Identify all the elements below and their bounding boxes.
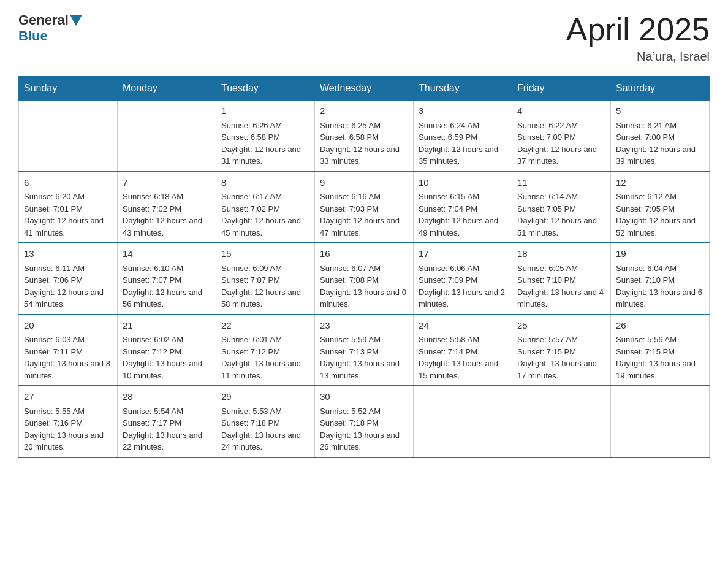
logo-triangle-icon [70, 15, 82, 26]
title-section: April 2025 Na’ura, Israel [566, 12, 710, 64]
daylight-text: Daylight: 12 hours and 33 minutes. [320, 145, 400, 166]
sunset-text: Sunset: 7:07 PM [123, 275, 181, 285]
daylight-text: Daylight: 12 hours and 35 minutes. [419, 145, 498, 166]
day-number: 22 [221, 319, 309, 333]
sunrise-text: Sunrise: 6:04 AM [616, 264, 677, 273]
day-number: 16 [320, 247, 408, 261]
sunset-text: Sunset: 7:15 PM [517, 347, 576, 356]
daylight-text: Daylight: 13 hours and 2 minutes. [419, 288, 505, 309]
location-text: Na’ura, Israel [566, 50, 710, 64]
calendar-cell: 11Sunrise: 6:14 AMSunset: 7:05 PMDayligh… [512, 172, 611, 243]
day-number: 12 [616, 176, 704, 190]
calendar-cell: 6Sunrise: 6:20 AMSunset: 7:01 PMDaylight… [19, 172, 118, 243]
sunrise-text: Sunrise: 6:16 AM [320, 192, 381, 201]
sunrise-text: Sunrise: 6:14 AM [517, 192, 578, 201]
calendar-cell: 2Sunrise: 6:25 AMSunset: 6:58 PMDaylight… [315, 101, 414, 172]
sunset-text: Sunset: 6:59 PM [419, 132, 477, 142]
sunrise-text: Sunrise: 6:07 AM [320, 264, 381, 273]
sunrise-text: Sunrise: 5:54 AM [123, 407, 183, 416]
sunset-text: Sunset: 7:12 PM [123, 347, 181, 356]
calendar-week-row: 6Sunrise: 6:20 AMSunset: 7:01 PMDaylight… [19, 172, 710, 243]
sunset-text: Sunset: 7:03 PM [320, 204, 379, 213]
daylight-text: Daylight: 12 hours and 41 minutes. [24, 216, 104, 237]
calendar-week-row: 13Sunrise: 6:11 AMSunset: 7:06 PMDayligh… [19, 243, 710, 315]
sunrise-text: Sunrise: 6:22 AM [517, 121, 578, 130]
page-header: General Blue April 2025 Na’ura, Israel [18, 12, 710, 64]
day-number: 3 [419, 104, 507, 118]
weekday-header-wednesday: Wednesday [315, 77, 414, 101]
daylight-text: Daylight: 12 hours and 54 minutes. [24, 288, 104, 309]
daylight-text: Daylight: 13 hours and 0 minutes. [320, 288, 406, 309]
calendar-cell: 15Sunrise: 6:09 AMSunset: 7:07 PMDayligh… [216, 243, 315, 315]
sunrise-text: Sunrise: 5:56 AM [616, 335, 677, 344]
daylight-text: Daylight: 13 hours and 10 minutes. [123, 359, 202, 380]
sunrise-text: Sunrise: 6:15 AM [419, 192, 479, 201]
calendar-cell [414, 386, 512, 458]
day-number: 2 [320, 104, 408, 118]
daylight-text: Daylight: 13 hours and 13 minutes. [320, 359, 400, 380]
calendar-cell: 7Sunrise: 6:18 AMSunset: 7:02 PMDaylight… [118, 172, 216, 243]
daylight-text: Daylight: 13 hours and 11 minutes. [221, 359, 301, 380]
day-number: 10 [419, 176, 507, 190]
day-number: 4 [517, 104, 605, 118]
sunrise-text: Sunrise: 6:10 AM [123, 264, 183, 273]
sunrise-text: Sunrise: 5:53 AM [221, 407, 282, 416]
calendar-cell: 30Sunrise: 5:52 AMSunset: 7:18 PMDayligh… [315, 386, 414, 458]
sunrise-text: Sunrise: 5:52 AM [320, 407, 381, 416]
calendar-cell: 19Sunrise: 6:04 AMSunset: 7:10 PMDayligh… [611, 243, 710, 315]
day-number: 23 [320, 319, 408, 333]
calendar-cell [19, 101, 118, 172]
calendar-cell: 16Sunrise: 6:07 AMSunset: 7:08 PMDayligh… [315, 243, 414, 315]
day-number: 21 [123, 319, 211, 333]
sunset-text: Sunset: 7:06 PM [24, 275, 83, 285]
day-number: 5 [616, 104, 704, 118]
daylight-text: Daylight: 12 hours and 47 minutes. [320, 216, 400, 237]
calendar-cell: 12Sunrise: 6:12 AMSunset: 7:05 PMDayligh… [611, 172, 710, 243]
weekday-header-friday: Friday [512, 77, 611, 101]
calendar-cell: 20Sunrise: 6:03 AMSunset: 7:11 PMDayligh… [19, 315, 118, 386]
sunrise-text: Sunrise: 6:18 AM [123, 192, 183, 201]
sunset-text: Sunset: 7:17 PM [123, 418, 181, 427]
daylight-text: Daylight: 13 hours and 15 minutes. [419, 359, 498, 380]
calendar-cell: 4Sunrise: 6:22 AMSunset: 7:00 PMDaylight… [512, 101, 611, 172]
daylight-text: Daylight: 13 hours and 19 minutes. [616, 359, 696, 380]
sunrise-text: Sunrise: 6:01 AM [221, 335, 282, 344]
day-number: 17 [419, 247, 507, 261]
daylight-text: Daylight: 13 hours and 20 minutes. [24, 431, 104, 452]
day-number: 29 [221, 390, 309, 404]
calendar-cell: 23Sunrise: 5:59 AMSunset: 7:13 PMDayligh… [315, 315, 414, 386]
daylight-text: Daylight: 13 hours and 24 minutes. [221, 431, 301, 452]
calendar-cell: 24Sunrise: 5:58 AMSunset: 7:14 PMDayligh… [414, 315, 512, 386]
day-number: 26 [616, 319, 704, 333]
sunrise-text: Sunrise: 6:12 AM [616, 192, 677, 201]
calendar-cell [512, 386, 611, 458]
sunset-text: Sunset: 7:18 PM [221, 418, 280, 427]
sunrise-text: Sunrise: 5:57 AM [517, 335, 578, 344]
day-number: 14 [123, 247, 211, 261]
day-number: 15 [221, 247, 309, 261]
sunset-text: Sunset: 6:58 PM [320, 132, 379, 142]
day-number: 1 [221, 104, 309, 118]
daylight-text: Daylight: 13 hours and 26 minutes. [320, 431, 400, 452]
calendar-cell: 28Sunrise: 5:54 AMSunset: 7:17 PMDayligh… [118, 386, 216, 458]
sunrise-text: Sunrise: 6:05 AM [517, 264, 578, 273]
sunrise-text: Sunrise: 6:25 AM [320, 121, 381, 130]
sunset-text: Sunset: 7:01 PM [24, 204, 83, 213]
sunrise-text: Sunrise: 5:58 AM [419, 335, 479, 344]
sunset-text: Sunset: 7:11 PM [24, 347, 83, 356]
daylight-text: Daylight: 12 hours and 52 minutes. [616, 216, 696, 237]
calendar-cell: 17Sunrise: 6:06 AMSunset: 7:09 PMDayligh… [414, 243, 512, 315]
sunrise-text: Sunrise: 6:17 AM [221, 192, 282, 201]
sunrise-text: Sunrise: 6:26 AM [221, 121, 282, 130]
sunset-text: Sunset: 7:09 PM [419, 275, 477, 285]
calendar-cell: 10Sunrise: 6:15 AMSunset: 7:04 PMDayligh… [414, 172, 512, 243]
sunset-text: Sunset: 7:10 PM [517, 275, 576, 285]
day-number: 20 [24, 319, 112, 333]
sunrise-text: Sunrise: 6:24 AM [419, 121, 479, 130]
sunrise-text: Sunrise: 5:59 AM [320, 335, 381, 344]
calendar-week-row: 1Sunrise: 6:26 AMSunset: 6:58 PMDaylight… [19, 101, 710, 172]
daylight-text: Daylight: 13 hours and 6 minutes. [616, 288, 702, 309]
daylight-text: Daylight: 13 hours and 22 minutes. [123, 431, 202, 452]
sunset-text: Sunset: 7:00 PM [616, 132, 675, 142]
sunset-text: Sunset: 7:00 PM [517, 132, 576, 142]
